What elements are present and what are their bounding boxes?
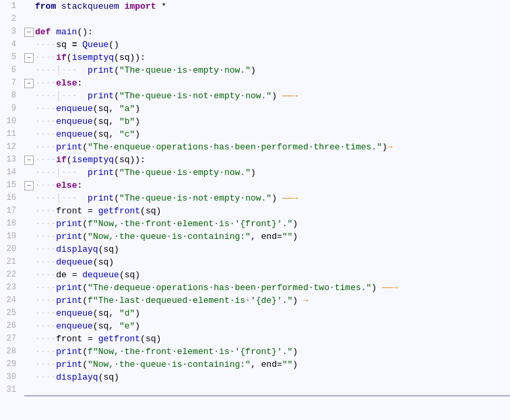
indent: ·	[51, 77, 56, 90]
indent: ·	[46, 371, 51, 384]
fold-marker[interactable]: −	[24, 28, 34, 37]
indent: ·	[35, 256, 40, 269]
indent: ·	[46, 217, 51, 230]
indent: ·	[40, 230, 46, 243]
indent: ·	[46, 141, 51, 153]
code-line: −def main():	[24, 26, 510, 38]
indent: ·	[51, 345, 56, 358]
line-number: 21	[3, 256, 16, 269]
indent: ·	[40, 51, 46, 64]
indent: ·	[51, 192, 56, 205]
indent: ·	[35, 141, 40, 153]
indent: ·	[51, 166, 56, 179]
code-text: print("The·dequeue·operations·has·been·p…	[56, 281, 397, 294]
line-number: 17	[3, 205, 16, 217]
fold-marker[interactable]: −	[24, 155, 34, 165]
code-text: if(isemptyq(sq)):	[56, 51, 146, 64]
indent: ·	[46, 115, 51, 128]
code-line: ····enqueue(sq, "d")	[24, 307, 510, 320]
code-content: from stackqueuem import *−def main():···…	[22, 0, 510, 420]
indent: ·	[40, 153, 46, 166]
indent: ·	[72, 166, 77, 179]
indent: ·	[35, 269, 40, 281]
indent: ·	[51, 332, 56, 345]
indent: ·	[40, 77, 46, 90]
indent: ·	[46, 358, 51, 371]
indent: ·	[61, 64, 67, 77]
code-text: enqueue(sq, "a")	[56, 102, 140, 115]
code-text: front = getfront(sq)	[56, 332, 161, 345]
indent: ·	[40, 128, 46, 141]
code-editor: 1234567891011121314151617181920212223242…	[0, 0, 510, 420]
code-line: ····displayq(sq)	[24, 243, 510, 256]
indent: ·	[51, 51, 56, 64]
code-text: print("The·queue·is·empty·now.")	[77, 166, 256, 179]
indent: ·	[35, 90, 40, 102]
indent: ·	[35, 179, 40, 192]
indent: ·	[35, 102, 40, 115]
code-line: ····│··· print("The·queue·is·not·empty·n…	[24, 192, 510, 205]
line-number: 12	[3, 141, 16, 153]
indent: ·	[51, 153, 56, 166]
indent: ·	[46, 307, 51, 320]
line-number: 14	[3, 166, 16, 179]
line-number: 26	[3, 320, 16, 332]
indent: ·	[51, 115, 56, 128]
indent: ·	[35, 243, 40, 256]
fold-marker[interactable]: −	[24, 181, 34, 190]
code-line: ····print("Now,·the·queue·is·containing:…	[24, 230, 510, 243]
indent: ·	[46, 243, 51, 256]
code-text: print("Now,·the·queue·is·containing:", e…	[56, 230, 298, 243]
indent: ·	[40, 256, 46, 269]
code-line: ····enqueue(sq, "e")	[24, 320, 510, 332]
code-text: else:	[56, 179, 82, 192]
indent: ·	[46, 345, 51, 358]
fold-marker[interactable]: −	[24, 53, 34, 63]
indent: ·	[46, 128, 51, 141]
indent: ·	[46, 90, 51, 102]
line-number: 25	[3, 307, 16, 320]
indent: ·	[40, 38, 46, 51]
indent: ·	[51, 243, 56, 256]
indent: ·	[51, 179, 56, 192]
indent: ·	[51, 269, 56, 281]
indent: ·	[46, 256, 51, 269]
code-text: enqueue(sq, "e")	[56, 320, 140, 332]
line-number: 9	[3, 102, 16, 115]
line-number: 8	[3, 90, 16, 102]
code-line: ····enqueue(sq, "b")	[24, 115, 510, 128]
line-number: 3	[3, 26, 16, 38]
line-number: 10	[3, 115, 16, 128]
indent: ·	[35, 294, 40, 307]
line-number: 29	[3, 358, 16, 371]
code-line: ····│··· print("The·queue·is·empty·now."…	[24, 166, 510, 179]
line-number: 31	[3, 384, 16, 396]
code-line: ····front = getfront(sq)	[24, 205, 510, 217]
code-text: displayq(sq)	[56, 371, 119, 384]
code-line: ····print(f"Now,·the·front·element·is·'{…	[24, 217, 510, 230]
code-text: print("Now,·the·queue·is·containing:", e…	[56, 358, 298, 371]
indent: ·	[35, 320, 40, 332]
indent: ·	[46, 230, 51, 243]
indent: ·	[35, 77, 40, 90]
line-number: 6	[3, 64, 16, 77]
indent: ·	[46, 281, 51, 294]
code-line: ····front = getfront(sq)	[24, 332, 510, 345]
indent: ·	[35, 115, 40, 128]
fold-marker[interactable]: −	[24, 79, 34, 88]
indent: ·	[46, 102, 51, 115]
indent: ·	[35, 192, 40, 205]
indent: ·	[35, 64, 40, 77]
indent: ·	[51, 294, 56, 307]
indent: ·	[40, 332, 46, 345]
indent: ·	[35, 281, 40, 294]
indent: ·	[35, 51, 40, 64]
code-line: ····enqueue(sq, "a")	[24, 102, 510, 115]
code-text: print("The·queue·is·not·empty·now.") ——→	[77, 192, 298, 205]
code-text: print("The·enqueue·operations·has·been·p…	[56, 141, 392, 153]
code-line: −····else:	[24, 77, 510, 90]
indent: ·	[35, 217, 40, 230]
line-number: 11	[3, 128, 16, 141]
indent: ·	[35, 345, 40, 358]
indent: ·	[51, 230, 56, 243]
